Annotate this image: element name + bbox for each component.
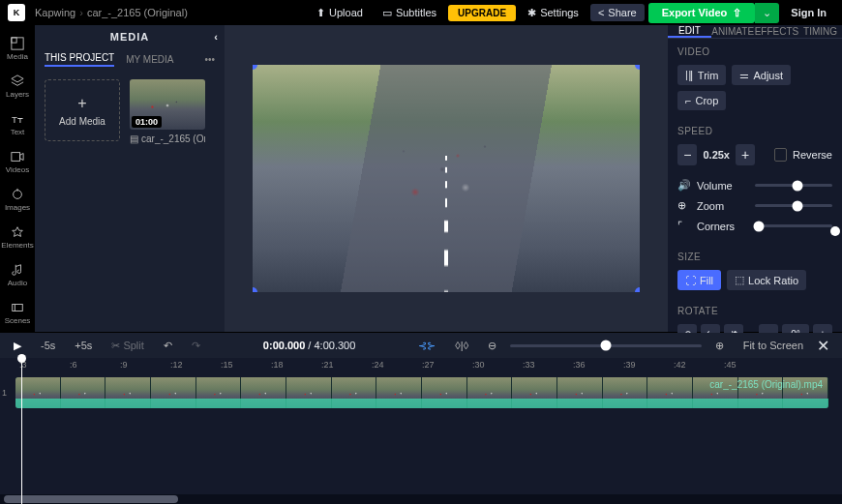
nav-elements[interactable]: Elements	[2, 220, 33, 255]
zoom-icon: ⊕	[677, 199, 689, 212]
zoom-out-button[interactable]: ⊖	[482, 337, 502, 355]
share-icon: <	[598, 7, 604, 18]
nav-scenes[interactable]: Scenes	[2, 295, 33, 331]
canvas-area[interactable]	[225, 25, 668, 332]
corners-slider[interactable]	[755, 224, 832, 227]
svg-rect-1	[12, 38, 16, 43]
speed-increase-button[interactable]: +	[736, 144, 755, 165]
ruler-tick: :18	[271, 360, 284, 370]
close-timeline-button[interactable]: ✕	[817, 337, 834, 354]
snap-button[interactable]: ⊰⊱	[412, 337, 441, 355]
share-button[interactable]: <Share	[590, 4, 645, 21]
export-dropdown-button[interactable]: ⌄	[755, 3, 779, 23]
track-number: 1	[2, 388, 7, 398]
adjust-icon: ⚌	[739, 69, 749, 81]
reverse-checkbox[interactable]	[774, 148, 787, 162]
trim-button[interactable]: |‖Trim	[677, 65, 726, 85]
fit-to-screen-button[interactable]: Fit to Screen	[737, 337, 809, 354]
adjust-button[interactable]: ⚌Adjust	[732, 65, 791, 85]
corners-label: Corners	[697, 221, 747, 232]
resize-handle-tr[interactable]	[635, 65, 640, 70]
upgrade-button[interactable]: UPGRADE	[448, 5, 516, 21]
export-icon: ⇧	[733, 7, 741, 19]
timeline-zoom-slider[interactable]	[510, 344, 702, 347]
file-name[interactable]: car_-_2165 (Original)	[87, 7, 188, 18]
plus-icon: +	[77, 95, 86, 112]
svg-rect-3	[12, 153, 20, 162]
tab-timing[interactable]: TIMING	[798, 25, 842, 38]
timeline-panel: ▶ -5s +5s ✂ Split ↶ ↷ 0:00.000 / 4:00.30…	[0, 332, 842, 504]
crop-button[interactable]: ⌐Crop	[677, 91, 726, 110]
left-nav: Media Layers TᴛText Videos Images Elemen…	[0, 25, 35, 332]
subtitles-icon: ▭	[382, 7, 392, 19]
playhead[interactable]	[21, 358, 22, 504]
tab-animate[interactable]: ANIMATE	[711, 25, 755, 38]
collapse-panel-button[interactable]: ‹	[214, 31, 219, 43]
resize-handle-bl[interactable]	[253, 287, 257, 292]
crop-icon: ⌐	[685, 95, 691, 106]
rotate-section-label: ROTATE	[677, 306, 832, 316]
nav-videos[interactable]: Videos	[2, 144, 33, 180]
ruler-tick: :15	[221, 360, 233, 370]
gear-icon: ✱	[527, 7, 536, 19]
export-button[interactable]: Export Video⇧	[648, 3, 756, 23]
subtitles-button[interactable]: ▭Subtitles	[375, 4, 444, 22]
video-clip[interactable]: car_-_2165 (Original).mp4	[15, 377, 828, 408]
resize-handle-tl[interactable]	[253, 65, 257, 70]
zoom-slider[interactable]	[755, 204, 832, 207]
chevron-down-icon: ⌄	[763, 7, 771, 18]
timeline-ruler[interactable]: :3:6:9:12:15:18:21:24:27:30:33:36:39:42:…	[0, 358, 842, 375]
brand-name[interactable]: Kapwing	[35, 7, 75, 18]
scenes-icon	[11, 301, 24, 314]
volume-slider[interactable]	[755, 184, 832, 187]
lock-ratio-button[interactable]: ⬚Lock Ratio	[727, 270, 806, 290]
split-icon: ✂	[111, 340, 120, 351]
video-preview[interactable]	[253, 65, 640, 292]
media-tabs: THIS PROJECT MY MEDIA •••	[35, 48, 225, 70]
nav-audio[interactable]: Audio	[2, 257, 33, 293]
nav-media[interactable]: Media	[2, 31, 33, 67]
timeline-end-handle[interactable]	[830, 226, 840, 236]
timeline-tracks: 1 car_-_2165 (Original).mp4	[0, 375, 842, 494]
tab-effects[interactable]: EFFECTS	[755, 25, 799, 38]
speed-section-label: SPEED	[677, 126, 832, 136]
forward-5s-button[interactable]: +5s	[69, 337, 98, 354]
redo-button[interactable]: ↷	[186, 337, 206, 355]
text-icon: Tᴛ	[11, 112, 24, 126]
signin-button[interactable]: Sign In	[783, 4, 834, 21]
media-item[interactable]: 01:00 ▤car_-_2165 (Ori...	[130, 79, 205, 144]
undo-button[interactable]: ↶	[158, 337, 178, 355]
zoom-in-button[interactable]: ⊕	[709, 337, 730, 355]
clip-audio-waveform	[15, 399, 828, 408]
split-button[interactable]: ✂ Split	[105, 337, 149, 355]
upload-button[interactable]: ⬆Upload	[309, 4, 371, 22]
volume-icon: 🔊	[677, 179, 689, 192]
elements-icon	[11, 225, 24, 239]
add-media-button[interactable]: + Add Media	[45, 79, 120, 141]
ruler-tick: :39	[623, 360, 636, 370]
ruler-tick: :36	[573, 360, 586, 370]
scrollbar-thumb[interactable]	[4, 495, 178, 503]
nav-images[interactable]: Images	[2, 182, 33, 218]
magnet-button[interactable]: ◊|◊	[449, 337, 474, 354]
nav-text[interactable]: TᴛText	[2, 106, 33, 142]
tab-edit[interactable]: EDIT	[668, 25, 711, 38]
speed-decrease-button[interactable]: −	[677, 144, 697, 165]
back-5s-button[interactable]: -5s	[35, 337, 61, 354]
play-button[interactable]: ▶	[8, 337, 27, 355]
svg-point-4	[14, 191, 22, 199]
fill-button[interactable]: ⛶Fill	[677, 270, 721, 290]
trim-icon: |‖	[685, 69, 694, 81]
settings-button[interactable]: ✱Settings	[520, 4, 586, 22]
nav-layers[interactable]: Layers	[2, 69, 33, 104]
media-panel-header: MEDIA ‹	[35, 25, 225, 48]
time-display: 0:00.000 / 4:00.300	[214, 340, 406, 351]
timeline-scrollbar[interactable]	[0, 494, 842, 504]
tab-this-project[interactable]: THIS PROJECT	[45, 52, 114, 67]
media-more-button[interactable]: •••	[204, 54, 215, 65]
logo-icon[interactable]: K	[8, 4, 25, 21]
media-thumbnail[interactable]: 01:00	[130, 79, 205, 130]
resize-handle-br[interactable]	[635, 287, 640, 292]
tab-my-media[interactable]: MY MEDIA	[126, 54, 173, 65]
lock-icon: ⬚	[735, 274, 744, 286]
